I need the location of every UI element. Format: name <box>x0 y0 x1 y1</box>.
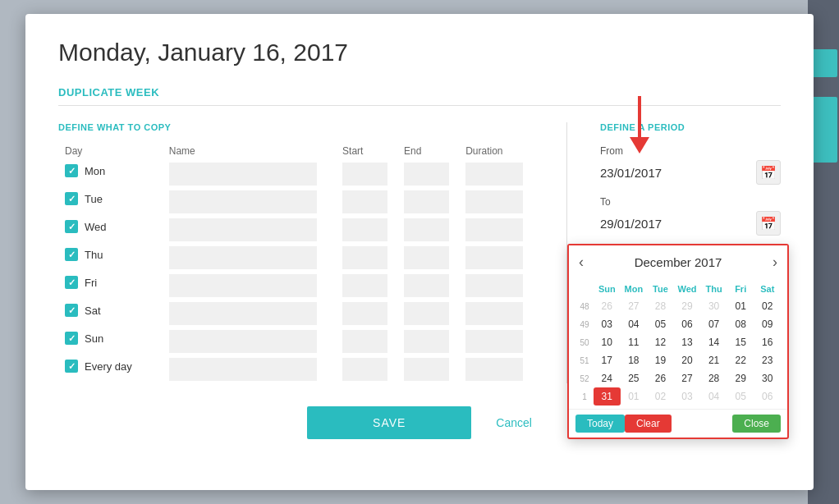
cal-day-cell[interactable]: 28 <box>700 369 727 387</box>
end-input[interactable] <box>404 218 449 241</box>
cal-day-cell[interactable]: 16 <box>754 333 781 351</box>
day-checkbox[interactable] <box>65 304 78 317</box>
col-name: Name <box>163 142 336 160</box>
cal-day-cell[interactable]: 29 <box>727 369 754 387</box>
cal-day-cell[interactable]: 03 <box>594 315 621 333</box>
cal-day-cell[interactable]: 12 <box>647 333 674 351</box>
name-input[interactable] <box>169 190 317 213</box>
duration-input[interactable] <box>465 163 523 186</box>
end-input[interactable] <box>404 190 449 213</box>
cal-day-cell[interactable]: 31 <box>594 387 621 405</box>
cal-day-cell[interactable]: 08 <box>727 315 754 333</box>
to-calendar-icon[interactable]: 📅 <box>756 211 781 236</box>
end-input[interactable] <box>404 358 449 381</box>
cal-day-cell[interactable]: 13 <box>674 333 701 351</box>
name-input[interactable] <box>169 218 317 241</box>
day-checkbox[interactable] <box>65 360 78 373</box>
cal-day-cell[interactable]: 04 <box>700 387 727 405</box>
cal-prev-button[interactable]: ‹ <box>579 254 584 271</box>
name-input[interactable] <box>169 274 317 297</box>
duration-input[interactable] <box>465 302 523 325</box>
cal-day-cell[interactable]: 04 <box>621 315 648 333</box>
cal-day-cell[interactable]: 26 <box>594 297 621 315</box>
start-input[interactable] <box>342 302 387 325</box>
end-input[interactable] <box>404 163 449 186</box>
cal-day-cell[interactable]: 01 <box>727 297 754 315</box>
name-input[interactable] <box>169 246 317 269</box>
cal-day-cell[interactable]: 11 <box>621 333 648 351</box>
cal-day-cell[interactable]: 24 <box>594 369 621 387</box>
cal-day-cell[interactable]: 21 <box>700 351 727 369</box>
cal-day-cell[interactable]: 05 <box>727 387 754 405</box>
cal-day-cell[interactable]: 29 <box>674 297 701 315</box>
cal-day-cell[interactable]: 27 <box>621 297 648 315</box>
duration-input[interactable] <box>465 218 523 241</box>
name-input[interactable] <box>169 358 317 381</box>
cal-day-cell[interactable]: 30 <box>700 297 727 315</box>
duration-input[interactable] <box>465 246 523 269</box>
cal-day-cell[interactable]: 22 <box>727 351 754 369</box>
cal-day-cell[interactable]: 17 <box>594 351 621 369</box>
cal-clear-button[interactable]: Clear <box>625 415 672 433</box>
cal-day-cell[interactable]: 01 <box>621 387 648 405</box>
duration-input[interactable] <box>465 330 523 353</box>
end-input[interactable] <box>404 302 449 325</box>
duration-cell <box>459 355 534 383</box>
cal-day-cell[interactable]: 23 <box>754 351 781 369</box>
save-button[interactable]: SAVE <box>307 406 471 439</box>
cal-day-cell[interactable]: 07 <box>700 315 727 333</box>
duration-input[interactable] <box>465 358 523 381</box>
name-input[interactable] <box>169 302 317 325</box>
end-input[interactable] <box>404 246 449 269</box>
start-input[interactable] <box>342 358 387 381</box>
cal-day-cell[interactable]: 15 <box>727 333 754 351</box>
arrow-head <box>630 137 649 153</box>
cal-day-cell[interactable]: 18 <box>621 351 648 369</box>
day-name-label: Thu <box>85 249 117 261</box>
day-checkbox[interactable] <box>65 332 78 345</box>
name-input[interactable] <box>169 330 317 353</box>
cal-day-cell[interactable]: 06 <box>674 315 701 333</box>
cal-day-cell[interactable]: 27 <box>674 369 701 387</box>
start-input[interactable] <box>342 163 387 186</box>
start-input[interactable] <box>342 218 387 241</box>
cal-day-cell[interactable]: 10 <box>594 333 621 351</box>
table-row: Tue <box>58 188 534 216</box>
cancel-button[interactable]: Cancel <box>496 416 532 429</box>
cal-day-cell[interactable]: 25 <box>621 369 648 387</box>
cal-day-cell[interactable]: 28 <box>647 297 674 315</box>
cal-today-button[interactable]: Today <box>575 415 625 433</box>
cal-next-button[interactable]: › <box>773 254 777 271</box>
duration-input[interactable] <box>465 190 523 213</box>
end-input[interactable] <box>404 330 449 353</box>
cal-day-cell[interactable]: 06 <box>754 387 781 405</box>
from-label: From <box>600 145 781 157</box>
start-input[interactable] <box>342 274 387 297</box>
start-input[interactable] <box>342 330 387 353</box>
day-checkbox[interactable] <box>65 164 78 177</box>
start-input[interactable] <box>342 246 387 269</box>
cal-day-cell[interactable]: 05 <box>647 315 674 333</box>
day-checkbox[interactable] <box>65 248 78 261</box>
cal-day-cell[interactable]: 14 <box>700 333 727 351</box>
cal-day-cell[interactable]: 19 <box>647 351 674 369</box>
cal-week-row: 4903040506070809 <box>575 315 781 333</box>
cal-day-cell[interactable]: 30 <box>754 369 781 387</box>
duration-input[interactable] <box>465 274 523 297</box>
cal-header-sat: Sat <box>754 282 781 297</box>
cal-day-cell[interactable]: 03 <box>674 387 701 405</box>
start-input[interactable] <box>342 190 387 213</box>
start-cell <box>336 216 397 244</box>
cal-day-cell[interactable]: 20 <box>674 351 701 369</box>
day-checkbox[interactable] <box>65 192 78 205</box>
from-calendar-icon[interactable]: 📅 <box>756 160 781 185</box>
name-input[interactable] <box>169 163 317 186</box>
day-checkbox[interactable] <box>65 276 78 289</box>
day-checkbox[interactable] <box>65 220 78 233</box>
end-input[interactable] <box>404 274 449 297</box>
cal-day-cell[interactable]: 02 <box>647 387 674 405</box>
cal-close-button[interactable]: Close <box>732 415 781 433</box>
cal-day-cell[interactable]: 09 <box>754 315 781 333</box>
cal-day-cell[interactable]: 02 <box>754 297 781 315</box>
cal-day-cell[interactable]: 26 <box>647 369 674 387</box>
